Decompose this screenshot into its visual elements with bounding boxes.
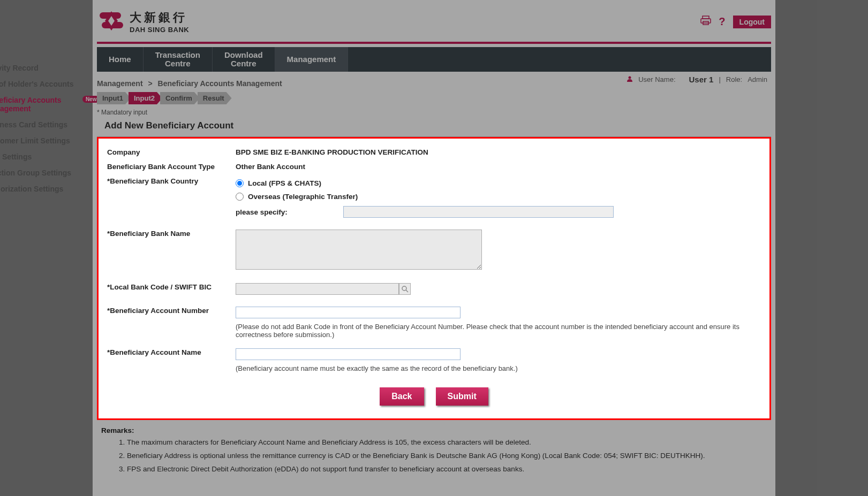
- account-name-label: *Beneficiary Account Name: [107, 348, 236, 356]
- sidebar-item-label: User Settings: [0, 152, 32, 161]
- breadcrumb-page: Beneficiary Accounts Management: [158, 79, 282, 88]
- company-value: BPD SME BIZ E-BANKING PRODUCTION VERIFIC…: [236, 148, 761, 156]
- sidebar-item-label: Function Group Settings: [0, 169, 71, 177]
- user-info: User Name: User 1 | Role: Admin: [627, 75, 767, 84]
- main-content: Management > Beneficiary Accounts Manage…: [93, 72, 775, 496]
- tab-home[interactable]: Home: [97, 47, 144, 72]
- bank-name-label: *Beneficiary Bank Name: [107, 230, 236, 238]
- sidebar-item-label: Authorization Settings: [0, 185, 63, 193]
- step-confirm: Confirm: [160, 92, 200, 104]
- step-input1: Input1: [97, 92, 131, 104]
- breadcrumb-sep: >: [148, 79, 152, 88]
- main-menu: Home Transaction Centre Download Centre …: [97, 47, 771, 72]
- row-account-name: *Beneficiary Account Name (Beneficiary a…: [107, 345, 761, 376]
- row-bank-country: *Beneficiary Bank Country Local (FPS & C…: [107, 174, 761, 221]
- user-role-label: Role:: [726, 75, 742, 83]
- sidebar-item-authorization[interactable]: ▶ Authorization Settings: [0, 181, 87, 197]
- print-icon[interactable]: [700, 16, 711, 28]
- row-bank-name: *Beneficiary Bank Name: [107, 226, 761, 274]
- logout-button[interactable]: Logout: [733, 16, 771, 28]
- account-name-hint: (Beneficiary account name must be exactl…: [236, 364, 761, 372]
- sidebar-item-holders-accounts[interactable]: ▶ List of Holder's Accounts: [0, 76, 87, 92]
- bank-name-cn: 大新銀行: [130, 10, 189, 26]
- bank-name-en: DAH SING BANK: [130, 26, 189, 34]
- account-name-input[interactable]: [236, 348, 461, 360]
- header-actions: ? Logout: [700, 16, 771, 28]
- account-type-label: Beneficiary Bank Account Type: [107, 163, 236, 171]
- sidebar: ▶ Activity Record ▶ List of Holder's Acc…: [0, 60, 87, 197]
- sidebar-item-label: List of Holder's Accounts: [0, 80, 74, 88]
- form-highlight-box: Company BPD SME BIZ E-BANKING PRODUCTION…: [97, 137, 771, 420]
- account-number-hint: (Please do not add Bank Code in front of…: [236, 323, 761, 339]
- bank-country-label: *Beneficiary Bank Country: [107, 177, 236, 185]
- svg-line-7: [406, 290, 408, 292]
- company-label: Company: [107, 148, 236, 156]
- radio-local[interactable]: [236, 179, 244, 187]
- sidebar-item-label: Customer Limit Settings: [0, 136, 70, 145]
- radio-overseas[interactable]: [236, 193, 244, 201]
- radio-overseas-label: Overseas (Telegraphic Transfer): [248, 193, 358, 201]
- sidebar-item-business-card[interactable]: ▶ Business Card Settings: [0, 117, 87, 133]
- sidebar-item-activity-record[interactable]: ▶ Activity Record: [0, 60, 87, 76]
- remarks-title: Remarks:: [101, 426, 767, 434]
- svg-point-6: [402, 286, 406, 291]
- svg-point-5: [629, 77, 631, 79]
- section-title: Add New Beneficiary Account: [104, 120, 771, 131]
- back-button[interactable]: Back: [380, 387, 424, 406]
- submit-button[interactable]: Submit: [436, 387, 488, 406]
- bic-label: *Local Bank Code / SWIFT BIC: [107, 283, 236, 291]
- tab-management[interactable]: Management: [275, 47, 349, 72]
- user-icon: [627, 75, 633, 83]
- sidebar-item-label: Activity Record: [0, 64, 39, 72]
- account-type-value: Other Bank Account: [236, 163, 761, 171]
- bic-input: [236, 283, 399, 295]
- button-row: Back Submit: [107, 387, 761, 406]
- radio-local-label: Local (FPS & CHATS): [248, 179, 321, 187]
- bank-logo-icon: [100, 11, 125, 32]
- breadcrumb-root[interactable]: Management: [97, 79, 143, 88]
- user-role-sep: |: [719, 75, 720, 83]
- row-company: Company BPD SME BIZ E-BANKING PRODUCTION…: [107, 145, 761, 159]
- app-container: 大新銀行 DAH SING BANK ? Logout Home Transac…: [93, 0, 775, 496]
- row-bic: *Local Bank Code / SWIFT BIC: [107, 280, 761, 298]
- header: 大新銀行 DAH SING BANK ? Logout: [97, 5, 771, 44]
- remarks-section: Remarks: The maximum characters for Bene…: [97, 420, 771, 489]
- sidebar-item-function-group[interactable]: ▶ Function Group Settings: [0, 165, 87, 181]
- remark-item: The maximum characters for Beneficiary A…: [127, 438, 767, 448]
- user-name-label: User Name:: [638, 75, 675, 83]
- help-icon[interactable]: ?: [719, 16, 725, 28]
- specify-label: please specify:: [236, 208, 288, 216]
- tab-download-centre[interactable]: Download Centre: [213, 47, 275, 72]
- account-number-input[interactable]: [236, 307, 461, 318]
- row-account-type: Beneficiary Bank Account Type Other Bank…: [107, 159, 761, 174]
- svg-rect-3: [701, 19, 711, 23]
- step-result: Result: [198, 92, 232, 104]
- bank-name-textarea: [236, 230, 482, 270]
- sidebar-item-label: Business Card Settings: [0, 120, 67, 129]
- sidebar-item-beneficiary-management[interactable]: ▼ Beneficiary Accounts Management New: [0, 92, 87, 117]
- remark-item: FPS and Electronic Direct Debit Authoriz…: [127, 464, 767, 475]
- sidebar-item-user-settings[interactable]: ▶ User Settings: [0, 149, 87, 165]
- mandatory-note: * Mandatory input: [97, 109, 771, 116]
- bank-logo: 大新銀行 DAH SING BANK: [100, 10, 189, 34]
- user-name-value: User 1: [689, 75, 714, 84]
- tab-transaction-centre[interactable]: Transaction Centre: [144, 47, 213, 72]
- remark-item: Beneficiary Address is optional unless t…: [127, 451, 767, 461]
- sidebar-item-customer-limit[interactable]: ▶ Customer Limit Settings: [0, 133, 87, 149]
- user-role-value: Admin: [748, 75, 767, 83]
- bic-lookup-button[interactable]: [399, 283, 411, 295]
- sidebar-item-label: Beneficiary Accounts Management: [0, 96, 76, 113]
- step-input2: Input2: [129, 92, 162, 104]
- account-number-label: *Beneficiary Account Number: [107, 307, 236, 315]
- row-account-number: *Beneficiary Account Number (Please do n…: [107, 303, 761, 342]
- step-bar: Input1 Input2 Confirm Result: [97, 92, 771, 104]
- specify-input: [343, 206, 614, 218]
